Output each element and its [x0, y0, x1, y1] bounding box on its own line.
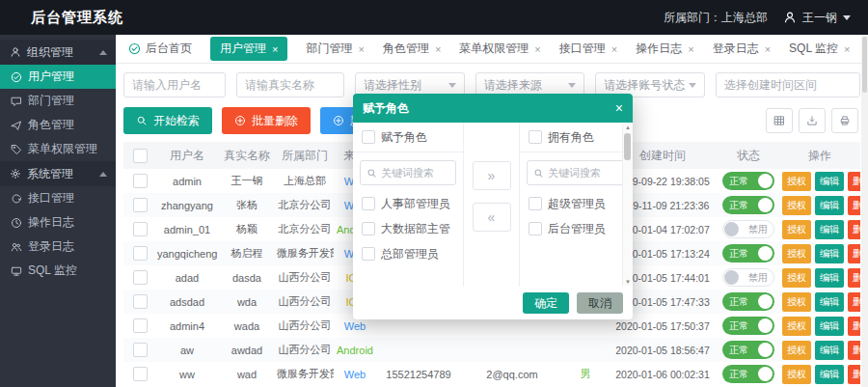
- sidebar-item[interactable]: SQL 监控: [0, 259, 116, 283]
- search-button[interactable]: 开始检索: [123, 107, 212, 134]
- sidebar-item[interactable]: 接口管理: [0, 186, 116, 210]
- row-checkbox[interactable]: [133, 174, 148, 188]
- authorize-button[interactable]: 授权: [782, 172, 811, 191]
- sidebar-item[interactable]: 操作日志: [0, 210, 116, 235]
- close-icon[interactable]: ×: [844, 43, 850, 55]
- page-scrollbar[interactable]: [861, 35, 868, 387]
- authorize-button[interactable]: 授权: [782, 317, 811, 336]
- role-option[interactable]: 超级管理员: [520, 191, 633, 216]
- authorize-button[interactable]: 授权: [782, 244, 811, 263]
- edit-button[interactable]: 编辑: [815, 341, 844, 360]
- close-icon[interactable]: ×: [435, 43, 441, 55]
- tab-home[interactable]: 后台首页: [128, 41, 192, 57]
- close-icon[interactable]: ×: [611, 43, 617, 55]
- sidebar-item[interactable]: 角色管理: [0, 113, 116, 137]
- authorize-button[interactable]: 授权: [782, 268, 811, 288]
- tab[interactable]: 角色管理×: [383, 41, 441, 57]
- row-checkbox[interactable]: [133, 246, 148, 261]
- edit-button[interactable]: 编辑: [815, 196, 844, 215]
- role-checkbox[interactable]: [529, 197, 542, 210]
- filter-input[interactable]: [716, 72, 860, 97]
- status-toggle[interactable]: 正常: [722, 341, 774, 359]
- tab[interactable]: 用户管理×: [210, 37, 287, 61]
- row-checkbox[interactable]: [133, 270, 148, 285]
- authorize-button[interactable]: 授权: [782, 292, 811, 312]
- export-icon[interactable]: [799, 108, 826, 133]
- scroll-up-icon[interactable]: ▲: [623, 124, 633, 131]
- delete-button[interactable]: 删除: [848, 292, 860, 312]
- status-toggle[interactable]: 正常: [722, 172, 774, 190]
- delete-button[interactable]: 删除: [848, 244, 860, 263]
- status-toggle[interactable]: 正常: [722, 196, 774, 214]
- close-icon[interactable]: ×: [358, 43, 364, 55]
- user-menu[interactable]: 王一钢: [783, 10, 851, 26]
- role-option[interactable]: 大数据部主管: [353, 216, 463, 241]
- role-option[interactable]: 人事部管理员: [353, 191, 463, 216]
- status-toggle[interactable]: 正常: [722, 317, 774, 335]
- tab[interactable]: 菜单权限管理×: [459, 41, 540, 57]
- status-toggle[interactable]: 禁用: [722, 268, 774, 287]
- delete-button[interactable]: 删除: [848, 196, 860, 215]
- print-icon[interactable]: [831, 108, 858, 133]
- edit-button[interactable]: 编辑: [815, 220, 844, 239]
- sidebar-group[interactable]: 组织管理: [0, 40, 116, 65]
- row-checkbox[interactable]: [133, 367, 148, 381]
- grid-icon[interactable]: [766, 108, 793, 133]
- close-icon[interactable]: ×: [615, 100, 623, 116]
- tab[interactable]: 接口管理×: [559, 41, 617, 57]
- tab[interactable]: 登录日志×: [713, 41, 771, 57]
- status-toggle[interactable]: 禁用: [722, 220, 774, 238]
- close-icon[interactable]: ×: [272, 43, 278, 55]
- edit-button[interactable]: 编辑: [815, 317, 844, 336]
- delete-button[interactable]: 删除: [848, 317, 860, 336]
- edit-button[interactable]: 编辑: [815, 365, 844, 384]
- modal-confirm-button[interactable]: 确定: [523, 292, 569, 314]
- select-all-checkbox[interactable]: [133, 149, 148, 163]
- modal-cancel-button[interactable]: 取消: [577, 292, 623, 314]
- modal-scrollbar[interactable]: ▲ ▼: [622, 124, 633, 286]
- authorize-button[interactable]: 授权: [782, 341, 811, 360]
- batch-delete-button[interactable]: 批量删除: [222, 107, 311, 134]
- edit-button[interactable]: 编辑: [815, 292, 844, 312]
- edit-button[interactable]: 编辑: [815, 172, 844, 191]
- keyword-search-input[interactable]: 关键词搜索: [527, 160, 626, 185]
- edit-button[interactable]: 编辑: [815, 244, 844, 263]
- row-checkbox[interactable]: [133, 343, 148, 357]
- delete-button[interactable]: 删除: [848, 172, 860, 191]
- panel-select-all-checkbox[interactable]: [529, 130, 542, 144]
- close-icon[interactable]: ×: [534, 43, 540, 55]
- row-checkbox[interactable]: [133, 198, 148, 212]
- status-toggle[interactable]: 正常: [722, 244, 774, 263]
- sidebar-item[interactable]: 部门管理: [0, 89, 116, 113]
- tab[interactable]: SQL 监控×: [789, 41, 850, 57]
- close-icon[interactable]: ×: [765, 43, 771, 55]
- row-checkbox[interactable]: [133, 222, 148, 236]
- status-toggle[interactable]: 正常: [722, 365, 774, 383]
- authorize-button[interactable]: 授权: [782, 220, 811, 239]
- role-option[interactable]: 后台管理员: [520, 216, 633, 241]
- delete-button[interactable]: 删除: [848, 220, 860, 239]
- close-icon[interactable]: ×: [688, 43, 693, 55]
- keyword-search-input[interactable]: 关键词搜索: [360, 160, 456, 185]
- move-right-button[interactable]: »: [473, 161, 511, 190]
- authorize-button[interactable]: 授权: [782, 196, 811, 215]
- tab[interactable]: 部门管理×: [306, 41, 364, 57]
- scroll-down-icon[interactable]: ▼: [623, 278, 633, 286]
- delete-button[interactable]: 删除: [848, 268, 860, 288]
- delete-button[interactable]: 删除: [848, 365, 860, 384]
- filter-input[interactable]: [123, 72, 226, 97]
- sidebar-group[interactable]: 系统管理: [0, 161, 116, 186]
- tab[interactable]: 操作日志×: [636, 41, 693, 57]
- role-option[interactable]: 总部管理员: [353, 241, 463, 266]
- role-checkbox[interactable]: [362, 197, 375, 210]
- role-checkbox[interactable]: [529, 222, 542, 235]
- role-checkbox[interactable]: [362, 247, 375, 261]
- filter-input[interactable]: [236, 72, 344, 97]
- panel-select-all-checkbox[interactable]: [362, 130, 375, 144]
- delete-button[interactable]: 删除: [848, 341, 860, 360]
- status-toggle[interactable]: 正常: [722, 292, 774, 311]
- role-checkbox[interactable]: [362, 222, 375, 235]
- edit-button[interactable]: 编辑: [815, 268, 844, 288]
- sidebar-item[interactable]: 菜单权限管理: [0, 137, 116, 161]
- row-checkbox[interactable]: [133, 294, 148, 309]
